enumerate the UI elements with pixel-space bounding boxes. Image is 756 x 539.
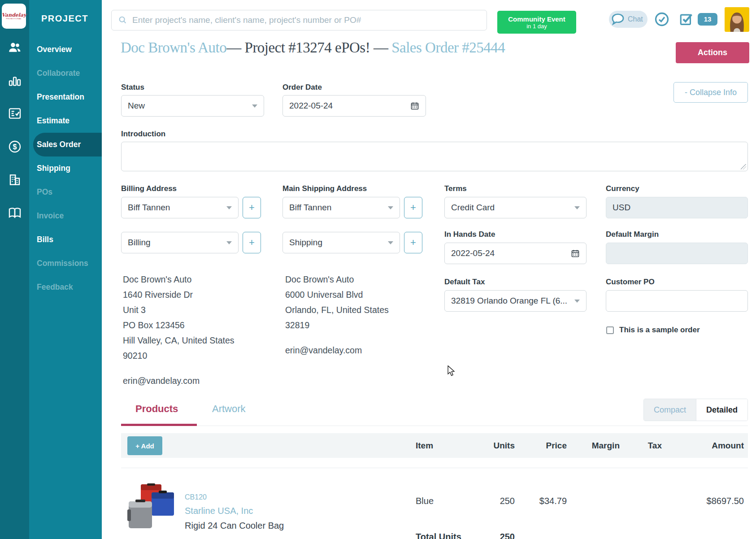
sales-order-page: Vandelay PROMOTIONAL $ xyxy=(0,0,756,539)
chevron-down-icon xyxy=(574,300,580,303)
mouse-cursor xyxy=(446,365,456,376)
billing-address-type-value: Billing xyxy=(128,238,223,248)
sidebar-item-estimate[interactable]: Estimate xyxy=(29,109,102,133)
billing-line: PO Box 123456 xyxy=(123,317,275,333)
sidebar-item-bills[interactable]: Bills xyxy=(29,228,102,252)
sidebar-item-pos[interactable]: POs xyxy=(29,180,102,204)
shipping-line: Orlando, FL, United States xyxy=(285,302,438,317)
tab-artwork[interactable]: Artwork xyxy=(212,403,246,415)
product-vendor-link[interactable]: Starline USA, Inc xyxy=(185,506,253,516)
notification-badge[interactable]: 13 xyxy=(698,13,717,26)
terms-value: Credit Card xyxy=(451,203,571,213)
order-checklist-icon[interactable] xyxy=(8,106,22,121)
svg-text:$: $ xyxy=(13,143,17,151)
add-product-button[interactable]: + Add xyxy=(127,436,162,455)
reminders-clock-icon[interactable] xyxy=(654,11,670,27)
chevron-down-icon xyxy=(252,104,257,108)
user-avatar[interactable] xyxy=(725,7,749,32)
search-input[interactable] xyxy=(132,15,487,25)
add-billing-contact-button[interactable]: + xyxy=(243,197,261,218)
sidebar-item-presentation[interactable]: Presentation xyxy=(29,85,102,109)
billing-email: erin@vandelay.com xyxy=(123,373,275,388)
dollar-circle-icon[interactable]: $ xyxy=(8,139,22,154)
terms-label: Terms xyxy=(444,184,467,193)
customer-po-input[interactable] xyxy=(606,290,748,312)
column-item: Item xyxy=(416,433,433,458)
sales-order-number-link[interactable]: Sales Order #25444 xyxy=(391,39,505,56)
default-tax-select[interactable]: 32819 Orlando Orange FL (6... xyxy=(444,290,587,312)
billing-line: Unit 3 xyxy=(123,302,275,317)
product-sku-link[interactable]: CB120 xyxy=(185,493,207,501)
status-select[interactable]: New xyxy=(121,95,264,117)
cell-units: 250 xyxy=(500,496,515,506)
actions-button[interactable]: Actions xyxy=(676,42,749,63)
sidebar-item-feedback[interactable]: Feedback xyxy=(29,275,102,299)
shipping-contact-select[interactable]: Biff Tannen xyxy=(282,197,400,218)
column-tax: Tax xyxy=(648,433,662,458)
billing-line: 90210 xyxy=(123,348,275,363)
shipping-address-type-select[interactable]: Shipping xyxy=(282,232,400,253)
status-value: New xyxy=(128,101,248,111)
community-event-button[interactable]: Community Event in 1 day xyxy=(497,11,576,34)
sidebar-menu: Overview Collaborate Presentation Estima… xyxy=(29,38,102,299)
sidebar-item-overview[interactable]: Overview xyxy=(29,38,102,61)
currency-label: Currency xyxy=(606,184,639,193)
billing-line: Hill Valley, CA, United States xyxy=(123,333,275,348)
terms-select[interactable]: Credit Card xyxy=(444,197,587,218)
sidebar-item-collaborate[interactable]: Collaborate xyxy=(29,61,102,85)
shipping-line: Doc Brown's Auto xyxy=(285,272,438,287)
add-shipping-address-button[interactable]: + xyxy=(404,232,422,253)
brand-logo[interactable]: Vandelay PROMOTIONAL xyxy=(2,4,26,29)
active-tab-underline xyxy=(121,424,197,426)
project-sidebar: PROJECT Overview Collaborate Presentatio… xyxy=(29,0,102,539)
add-billing-address-button[interactable]: + xyxy=(243,232,261,253)
shipping-email: erin@vandelay.com xyxy=(285,343,438,358)
sidebar-item-sales-order[interactable]: Sales Order xyxy=(33,133,102,156)
column-margin: Margin xyxy=(592,433,620,458)
icon-rail: Vandelay PROMOTIONAL $ xyxy=(0,0,29,539)
add-shipping-contact-button[interactable]: + xyxy=(404,197,422,218)
billing-contact-select[interactable]: Biff Tannen xyxy=(121,197,239,218)
sidebar-item-commissions[interactable]: Commissions xyxy=(29,252,102,275)
sample-order-label: This is a sample order xyxy=(619,326,700,335)
catalog-book-icon[interactable] xyxy=(8,206,22,220)
chevron-down-icon xyxy=(388,206,393,209)
sample-order-checkbox[interactable] xyxy=(606,326,614,334)
shipping-line: 32819 xyxy=(285,317,438,333)
tasks-checkbox-icon[interactable] xyxy=(679,12,694,27)
calendar-icon xyxy=(410,101,419,110)
product-thumbnail[interactable] xyxy=(127,483,179,530)
cell-amount: $8697.50 xyxy=(707,496,744,506)
product-row: CB120 Starline USA, Inc Rigid 24 Can Coo… xyxy=(121,468,748,539)
chat-button[interactable]: Chat xyxy=(609,11,647,28)
global-search xyxy=(111,10,487,30)
bar-chart-icon[interactable] xyxy=(8,73,22,87)
default-margin-label: Default Margin xyxy=(606,230,659,239)
customer-po-field[interactable] xyxy=(613,296,741,306)
calendar-icon xyxy=(571,249,580,258)
sample-order-checkbox-row[interactable]: This is a sample order xyxy=(606,326,700,335)
brand-logo-tagline: PROMOTIONAL xyxy=(6,17,22,20)
collapse-info-button[interactable]: - Collapse Info xyxy=(673,82,748,103)
order-date-input[interactable]: 2022-05-24 xyxy=(282,95,426,117)
billing-address-label: Billing Address xyxy=(121,184,177,193)
users-icon[interactable] xyxy=(8,40,22,54)
billing-address-type-select[interactable]: Billing xyxy=(121,232,239,253)
introduction-textarea[interactable] xyxy=(121,142,748,171)
shipping-contact-value: Biff Tannen xyxy=(289,203,384,213)
in-hands-date-input[interactable]: 2022-05-24 xyxy=(444,243,587,264)
detailed-view-button[interactable]: Detailed xyxy=(696,399,747,421)
shipping-line: 6000 Universal Blvd xyxy=(285,287,438,302)
total-units-label: Total Units xyxy=(416,532,461,539)
compact-view-button[interactable]: Compact xyxy=(644,399,696,421)
brand-logo-text: Vandelay xyxy=(1,13,26,17)
sidebar-item-invoice[interactable]: Invoice xyxy=(29,204,102,228)
company-building-icon[interactable] xyxy=(8,173,22,187)
order-date-value: 2022-05-24 xyxy=(289,101,410,111)
client-name-link[interactable]: Doc Brown's Auto xyxy=(121,39,226,56)
tab-products[interactable]: Products xyxy=(135,403,178,415)
chat-label: Chat xyxy=(628,15,643,23)
billing-address-block: Doc Brown's Auto 1640 Riverside Dr Unit … xyxy=(123,272,275,388)
column-units: Units xyxy=(494,433,515,458)
sidebar-item-shipping[interactable]: Shipping xyxy=(29,156,102,180)
